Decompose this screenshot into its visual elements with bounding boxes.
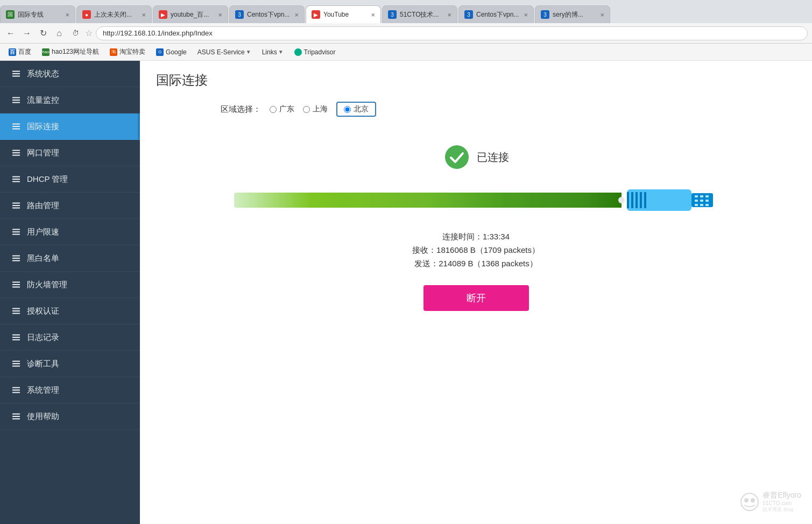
svg-rect-44 (627, 192, 629, 208)
address-bar: ← → ↻ ⌂ ⏱ ☆ (0, 23, 812, 44)
svg-rect-1 (12, 73, 20, 74)
svg-rect-35 (12, 366, 20, 367)
sidebar-item-traffic-monitor[interactable]: 流量监控 (0, 87, 140, 114)
svg-rect-45 (631, 192, 633, 208)
region-beijing[interactable]: 北京 (336, 102, 376, 117)
svg-rect-10 (12, 152, 20, 153)
page-title: 国际连接 (156, 72, 796, 89)
cable-container (234, 181, 718, 219)
sidebar-item-route-mgmt[interactable]: 路由管理 (0, 193, 140, 219)
tab-favicon: ● (82, 10, 91, 19)
svg-point-60 (744, 498, 749, 502)
beijing-label: 北京 (354, 104, 369, 114)
sidebar-item-port-mgmt[interactable]: 网口管理 (0, 140, 140, 166)
menu-icon (11, 174, 22, 185)
disconnect-button[interactable]: 断开 (423, 285, 529, 311)
menu-icon (11, 411, 22, 422)
stats-area: 连接时间：1:33:34 接收：1816068 B（1709 packets） … (412, 232, 540, 272)
svg-rect-30 (12, 335, 20, 336)
sidebar-item-label: 用户限速 (27, 227, 59, 237)
svg-rect-56 (695, 204, 698, 206)
sidebar-item-label: 路由管理 (27, 201, 59, 211)
tab-close-icon[interactable]: × (600, 11, 604, 19)
bookmark-links[interactable]: Links ▼ (258, 47, 288, 57)
sidebar-item-diag[interactable]: 诊断工具 (0, 351, 140, 377)
tab-close-icon[interactable]: × (524, 11, 528, 19)
tab-close-icon[interactable]: × (447, 11, 451, 19)
menu-icon (11, 253, 22, 264)
svg-rect-16 (12, 205, 20, 206)
home-button[interactable]: ⌂ (53, 27, 66, 40)
region-guangdong[interactable]: 广东 (270, 104, 294, 114)
bookmark-baidu[interactable]: 百 百度 (4, 46, 36, 58)
region-shanghai[interactable]: 上海 (303, 104, 328, 114)
browser-tab-tab6[interactable]: 3 51CTO技术... × (382, 5, 457, 23)
svg-rect-28 (12, 310, 20, 311)
back-button[interactable]: ← (4, 27, 17, 40)
sidebar-item-label: DHCP 管理 (27, 174, 68, 185)
tab-close-icon[interactable]: × (294, 11, 299, 19)
tab-favicon: 3 (541, 10, 549, 19)
browser-tab-tab7[interactable]: 3 Centos下vpn... × (458, 5, 534, 23)
tab-close-icon[interactable]: × (142, 11, 146, 19)
sidebar-item-sys-mgmt[interactable]: 系统管理 (0, 377, 140, 403)
url-input[interactable] (96, 26, 808, 40)
sidebar: 系统状态 流量监控 国际连接 网口管理 DHCP 管理 路由管理 用户限速 (0, 61, 140, 524)
sidebar-item-label: 诊断工具 (27, 359, 59, 369)
bookmark-hao123[interactable]: hao hao123网址导航 (38, 46, 103, 58)
browser-tab-tab2[interactable]: ● 上次未关闭... × (76, 5, 152, 23)
sidebar-item-intl-connect[interactable]: 国际连接 (0, 114, 140, 140)
svg-rect-25 (12, 284, 20, 285)
svg-rect-14 (12, 181, 20, 182)
tab-favicon: 国 (6, 10, 15, 19)
sidebar-item-firewall[interactable]: 防火墙管理 (0, 272, 140, 298)
browser-tab-tab3[interactable]: ▶ youtube_百... × (153, 5, 228, 23)
watermark-text2: 51CTO.com (762, 500, 801, 506)
sent-value: 214089 B（1368 packets） (439, 259, 537, 268)
svg-rect-21 (12, 256, 20, 257)
bookmark-star[interactable]: ☆ (85, 28, 93, 38)
bookmark-google[interactable]: G Google (152, 47, 191, 57)
sidebar-item-blackwhite[interactable]: 黑白名单 (0, 245, 140, 272)
svg-rect-22 (12, 258, 20, 259)
svg-rect-26 (12, 287, 20, 288)
tab-close-icon[interactable]: × (218, 11, 222, 19)
history-button[interactable]: ⏱ (69, 27, 82, 40)
browser-tab-tab5[interactable]: ▶ YouTube × (306, 5, 381, 23)
sidebar-item-user-speed[interactable]: 用户限速 (0, 219, 140, 245)
menu-icon (11, 95, 22, 105)
sidebar-item-log[interactable]: 日志记录 (0, 324, 140, 351)
bookmark-taobao[interactable]: 淘 淘宝特卖 (105, 46, 150, 58)
sidebar-item-auth[interactable]: 授权认证 (0, 298, 140, 324)
sidebar-item-dhcp-mgmt[interactable]: DHCP 管理 (0, 166, 140, 193)
svg-rect-54 (700, 200, 703, 202)
svg-rect-48 (644, 192, 646, 208)
svg-rect-6 (12, 124, 20, 125)
radio-group: 广东 上海 北京 (270, 102, 376, 117)
browser-tab-tab1[interactable]: 国 国际专线 × (0, 5, 75, 23)
bookmark-tripadvisor[interactable]: Tripadvisor (290, 47, 340, 57)
tab-bar: 国 国际专线 × ● 上次未关闭... × ▶ youtube_百... × 3… (0, 0, 812, 23)
svg-point-42 (445, 145, 469, 169)
menu-icon (11, 147, 22, 158)
tab-close-icon[interactable]: × (65, 11, 69, 19)
bookmark-links-label: Links (262, 48, 277, 56)
browser-tab-tab8[interactable]: 3 sery的博... × (535, 5, 610, 23)
bookmark-asus[interactable]: ASUS E-Service ▼ (193, 47, 256, 57)
sidebar-item-help[interactable]: 使用帮助 (0, 403, 140, 430)
browser-tab-tab4[interactable]: 3 Centos下vpn... × (229, 5, 305, 23)
svg-rect-50 (695, 195, 698, 197)
menu-icon (11, 226, 22, 237)
cable-dot (618, 197, 625, 203)
tab-close-icon[interactable]: × (371, 11, 375, 19)
reload-button[interactable]: ↻ (37, 27, 50, 40)
browser-chrome: 国 国际专线 × ● 上次未关闭... × ▶ youtube_百... × 3… (0, 0, 812, 61)
svg-rect-32 (12, 339, 20, 341)
connected-icon (443, 144, 470, 171)
main-layout: 系统状态 流量监控 国际连接 网口管理 DHCP 管理 路由管理 用户限速 (0, 61, 812, 524)
bookmark-tripadvisor-label: Tripadvisor (304, 48, 336, 56)
sidebar-item-sys-status[interactable]: 系统状态 (0, 61, 140, 87)
tab-label: sery的博... (553, 10, 597, 19)
svg-rect-9 (12, 150, 20, 151)
forward-button[interactable]: → (20, 27, 33, 40)
